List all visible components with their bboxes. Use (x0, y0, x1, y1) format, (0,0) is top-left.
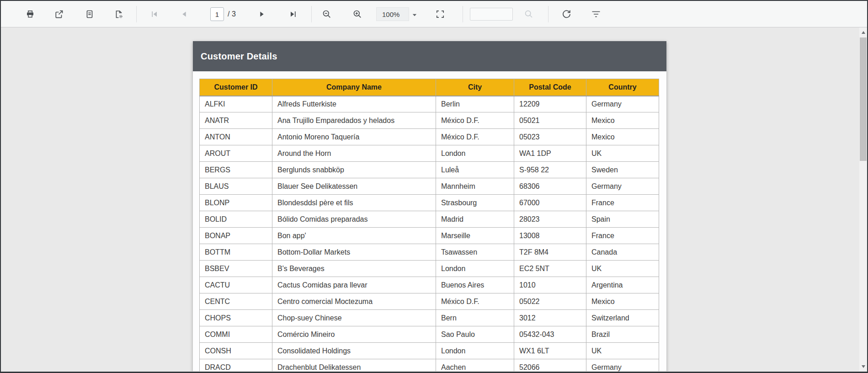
fullscreen-button[interactable] (432, 6, 448, 22)
page-number-input[interactable] (210, 7, 224, 21)
table-cell: Bottom-Dollar Markets (272, 244, 436, 261)
table-cell: Marseille (436, 228, 514, 244)
page-count-label: / 3 (228, 10, 236, 18)
toolbar-separator (548, 6, 548, 22)
table-cell: Bólido Comidas preparadas (272, 211, 436, 228)
refresh-button[interactable] (559, 6, 574, 22)
table-cell: London (436, 261, 514, 277)
table-cell: CENTC (200, 293, 272, 310)
table-cell: BERGS (200, 162, 272, 178)
zoom-out-button[interactable] (319, 6, 335, 22)
table-row: BONAPBon app'Marseille13008France (200, 228, 659, 244)
table-cell: 13008 (514, 228, 586, 244)
table-cell: Ana Trujillo Emparedados y helados (272, 112, 436, 129)
table-row: ANATRAna Trujillo Emparedados y heladosM… (200, 112, 659, 129)
table-cell: Blondesddsl père et fils (272, 195, 436, 211)
table-row: CACTUCactus Comidas para llevarBuenos Ai… (200, 277, 659, 293)
table-cell: Berlin (436, 96, 514, 112)
table-cell: Blauer See Delikatessen (272, 178, 436, 195)
table-cell: Mexico (586, 129, 659, 145)
report-canvas: Customer Details Customer IDCompany Name… (1, 27, 867, 371)
table-row: CHOPSChop-suey ChineseBern3012Switzerlan… (200, 310, 659, 326)
zoom-level-select[interactable]: 100% (376, 7, 409, 21)
table-cell: UK (586, 145, 659, 162)
table-row: CENTCCentro comercial MoctezumaMéxico D.… (200, 293, 659, 310)
table-cell: Cactus Comidas para llevar (272, 277, 436, 293)
table-row: AROUTAround the HornLondonWA1 1DPUK (200, 145, 659, 162)
column-header: City (436, 79, 514, 96)
zoom-in-icon (352, 9, 362, 19)
scroll-up-button[interactable] (859, 28, 867, 36)
table-cell: London (436, 145, 514, 162)
table-cell: 05023 (514, 129, 586, 145)
vertical-scrollbar[interactable] (859, 27, 867, 371)
export-icon (54, 9, 64, 19)
table-row: BLONPBlondesddsl père et filsStrasbourg6… (200, 195, 659, 211)
column-header: Postal Code (514, 79, 586, 96)
table-cell: Chop-suey Chinese (272, 310, 436, 326)
report-title-banner: Customer Details (193, 41, 666, 71)
previous-page-button[interactable] (176, 6, 192, 22)
previous-page-icon (179, 9, 189, 19)
first-page-button[interactable] (147, 6, 162, 22)
column-header: Customer ID (200, 79, 272, 96)
table-row: ANTONAntonio Moreno TaqueríaMéxico D.F.0… (200, 129, 659, 145)
search-icon (524, 9, 534, 19)
column-header: Country (586, 79, 659, 96)
export-button[interactable] (51, 6, 67, 22)
table-cell: Buenos Aires (436, 277, 514, 293)
last-page-icon (288, 9, 298, 19)
zoom-dropdown-button[interactable] (410, 10, 419, 18)
table-cell: Strasbourg (436, 195, 514, 211)
table-cell: 52066 (514, 359, 586, 372)
table-cell: 1010 (514, 277, 586, 293)
table-cell: ANTON (200, 129, 272, 145)
search-input[interactable] (470, 8, 513, 21)
page-setup-icon (114, 9, 124, 19)
table-cell: Bon app' (272, 228, 436, 244)
table-cell: Aachen (436, 359, 514, 372)
table-cell: Alfreds Futterkiste (272, 96, 436, 112)
table-cell: Consolidated Holdings (272, 343, 436, 359)
table-cell: Canada (586, 244, 659, 261)
parameters-icon (591, 9, 601, 19)
print-layout-button[interactable] (82, 6, 97, 22)
table-cell: CONSH (200, 343, 272, 359)
table-cell: AROUT (200, 145, 272, 162)
next-page-button[interactable] (254, 6, 270, 22)
report-page: Customer Details Customer IDCompany Name… (193, 41, 666, 371)
table-cell: France (586, 228, 659, 244)
table-row: DRACDDrachenblut DelikatessenAachen52066… (200, 359, 659, 372)
print-icon (25, 9, 35, 19)
table-row: ALFKIAlfreds FutterkisteBerlin12209Germa… (200, 96, 659, 112)
search-button[interactable] (521, 6, 537, 22)
table-cell: Madrid (436, 211, 514, 228)
table-cell: 28023 (514, 211, 586, 228)
table-cell: ANATR (200, 112, 272, 129)
table-cell: Antonio Moreno Taquería (272, 129, 436, 145)
table-cell: CACTU (200, 277, 272, 293)
page-setup-button[interactable] (111, 6, 127, 22)
print-button[interactable] (22, 6, 38, 22)
triangle-up-icon (862, 31, 865, 34)
table-cell: Sao Paulo (436, 326, 514, 343)
table-cell: Tsawassen (436, 244, 514, 261)
table-cell: Comércio Mineiro (272, 326, 436, 343)
table-body: ALFKIAlfreds FutterkisteBerlin12209Germa… (200, 96, 659, 372)
scroll-down-button[interactable] (859, 362, 867, 370)
zoom-in-button[interactable] (350, 6, 365, 22)
scrollbar-thumb[interactable] (860, 37, 867, 161)
table-cell: México D.F. (436, 129, 514, 145)
table-cell: DRACD (200, 359, 272, 372)
table-cell: 68306 (514, 178, 586, 195)
parameters-button[interactable] (588, 6, 604, 22)
toolbar-separator (311, 6, 312, 22)
last-page-button[interactable] (285, 6, 301, 22)
table-row: CONSHConsolidated HoldingsLondonWX1 6LTU… (200, 343, 659, 359)
table-cell: Argentina (586, 277, 659, 293)
table-cell: France (586, 195, 659, 211)
table-cell: Mannheim (436, 178, 514, 195)
table-cell: Switzerland (586, 310, 659, 326)
print-layout-icon (85, 9, 95, 19)
report-viewer-window: / 3 (0, 0, 868, 373)
